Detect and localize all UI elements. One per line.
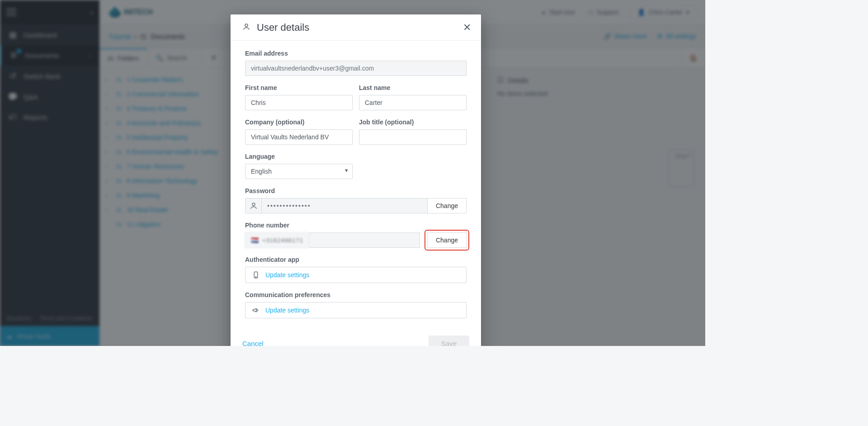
save-button[interactable]: Save bbox=[429, 336, 469, 346]
cancel-button[interactable]: Cancel bbox=[242, 340, 264, 346]
job-title-label: Job title (optional) bbox=[359, 118, 467, 126]
svg-point-0 bbox=[245, 24, 248, 27]
last-name-input[interactable] bbox=[359, 95, 467, 110]
phone-flag-prefix: 🇳🇱 +3162486171 bbox=[245, 232, 309, 248]
language-select[interactable]: English bbox=[245, 164, 353, 179]
first-name-input[interactable] bbox=[245, 95, 353, 110]
svg-point-1 bbox=[252, 203, 255, 206]
highlight-phone-change: Change bbox=[425, 230, 469, 251]
megaphone-icon bbox=[252, 306, 260, 314]
name-row: First name Last name bbox=[245, 84, 467, 110]
authenticator-link[interactable]: Update settings bbox=[265, 271, 309, 279]
modal-body: Email address First name Last name Compa… bbox=[231, 41, 481, 330]
communication-row: Update settings bbox=[245, 302, 467, 318]
user-details-modal: User details ✕ Email address First name … bbox=[231, 14, 481, 346]
phone-label: Phone number bbox=[245, 222, 467, 229]
close-icon: ✕ bbox=[463, 22, 471, 33]
authenticator-row: Update settings bbox=[245, 267, 467, 283]
flag-icon: 🇳🇱 bbox=[251, 237, 259, 244]
company-label: Company (optional) bbox=[245, 118, 353, 126]
phone-masked: +3162486171 bbox=[262, 237, 303, 244]
first-name-label: First name bbox=[245, 84, 353, 91]
last-name-label: Last name bbox=[359, 84, 467, 91]
job-title-input[interactable] bbox=[359, 129, 467, 145]
user-icon bbox=[245, 198, 261, 213]
password-masked: •••••••••••••• bbox=[261, 198, 428, 213]
communication-link[interactable]: Update settings bbox=[265, 307, 309, 314]
communication-group: Communication preferences Update setting… bbox=[245, 291, 467, 318]
modal-footer: Cancel Save bbox=[231, 330, 481, 346]
phone-icon bbox=[252, 271, 260, 279]
company-row: Company (optional) Job title (optional) bbox=[245, 118, 467, 145]
phone-display bbox=[309, 232, 420, 248]
language-label: Language bbox=[245, 153, 467, 160]
password-group: Password •••••••••••••• Change bbox=[245, 187, 467, 213]
email-input bbox=[245, 61, 467, 76]
password-change-button[interactable]: Change bbox=[428, 198, 467, 213]
authenticator-group: Authenticator app Update settings bbox=[245, 256, 467, 283]
email-group: Email address bbox=[245, 50, 467, 76]
svg-point-3 bbox=[255, 277, 256, 278]
modal-header: User details ✕ bbox=[231, 14, 481, 41]
modal-title-text: User details bbox=[257, 22, 309, 33]
authenticator-label: Authenticator app bbox=[245, 256, 467, 263]
language-group: Language English bbox=[245, 153, 467, 179]
password-label: Password bbox=[245, 187, 467, 194]
email-label: Email address bbox=[245, 50, 467, 57]
phone-change-button[interactable]: Change bbox=[427, 232, 467, 248]
phone-group: Phone number 🇳🇱 +3162486171 Change bbox=[245, 222, 467, 248]
user-icon bbox=[242, 22, 250, 33]
communication-label: Communication preferences bbox=[245, 291, 467, 298]
modal-close-button[interactable]: ✕ bbox=[463, 22, 471, 33]
company-input[interactable] bbox=[245, 129, 353, 145]
